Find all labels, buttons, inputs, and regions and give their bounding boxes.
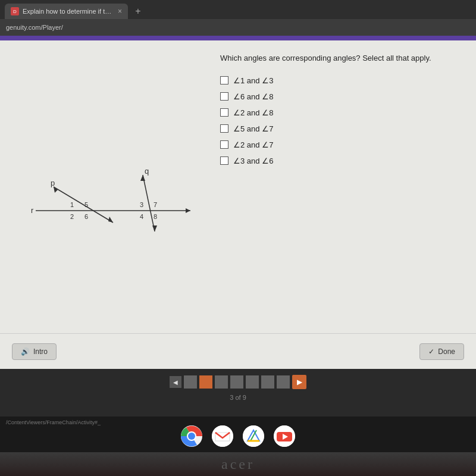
nav-square-1[interactable] (184, 375, 197, 389)
option-1[interactable]: ∠1 and ∠3 (220, 76, 464, 85)
option-label-2: ∠6 and ∠8 (233, 92, 273, 101)
page-counter: 3 of 9 (230, 394, 246, 401)
option-6[interactable]: ∠3 and ∠6 (220, 156, 464, 165)
nav-square-5[interactable] (246, 375, 259, 389)
geometry-diagram: p q r 1 5 2 6 3 7 4 (18, 139, 196, 270)
diagram-area: p q r 1 5 2 6 3 7 4 (0, 40, 214, 369)
tab-title: Explain how to determine if two (23, 8, 112, 15)
prev-arrow[interactable]: ◀ (170, 376, 181, 388)
bottom-bar: 🔊 Intro ✓ Done (0, 333, 476, 369)
intro-label: Intro (33, 347, 48, 356)
question-area: Which angles are corresponding angles? S… (214, 40, 476, 369)
checkbox-1[interactable] (220, 76, 228, 84)
option-4[interactable]: ∠5 and ∠7 (220, 124, 464, 133)
keyboard-area: acer (0, 452, 476, 476)
option-label-1: ∠1 and ∠3 (233, 76, 273, 85)
drive-icon[interactable] (243, 425, 264, 447)
new-tab-button[interactable]: + (130, 4, 146, 19)
browser-chrome: D Explain how to determine if two × + ge… (0, 0, 476, 36)
option-label-3: ∠2 and ∠8 (233, 108, 273, 117)
svg-text:3: 3 (140, 201, 143, 208)
checkbox-4[interactable] (220, 124, 228, 133)
question-text: Which angles are corresponding angles? S… (220, 52, 464, 64)
gmail-icon[interactable] (212, 425, 233, 447)
nav-square-4[interactable] (230, 375, 243, 389)
checkbox-5[interactable] (220, 140, 228, 149)
nav-controls: ◀ ▶ (170, 375, 306, 389)
svg-text:4: 4 (140, 213, 143, 220)
chrome-icon[interactable] (181, 425, 202, 447)
option-label-5: ∠2 and ∠7 (233, 140, 273, 149)
nav-square-6[interactable] (261, 375, 274, 389)
svg-line-2 (54, 187, 113, 223)
svg-marker-7 (152, 226, 157, 231)
nav-square-2[interactable] (199, 375, 212, 389)
svg-text:6: 6 (84, 213, 88, 220)
option-label-4: ∠5 and ∠7 (233, 124, 273, 133)
nav-bar: ◀ ▶ 3 of 9 (0, 369, 476, 416)
svg-marker-4 (108, 217, 113, 223)
checkbox-3[interactable] (220, 108, 228, 117)
svg-text:p: p (51, 178, 55, 187)
next-arrow[interactable]: ▶ (292, 375, 306, 389)
speaker-icon: 🔊 (21, 347, 30, 356)
option-5[interactable]: ∠2 and ∠7 (220, 140, 464, 149)
svg-point-21 (188, 433, 195, 440)
svg-text:r: r (31, 206, 34, 215)
checkbox-6[interactable] (220, 156, 228, 165)
tab-bar: D Explain how to determine if two × + (0, 0, 476, 19)
tab-close-button[interactable]: × (118, 7, 122, 15)
taskbar (0, 419, 476, 452)
address-bar: genuity.com/Player/ (0, 19, 476, 36)
svg-text:2: 2 (70, 213, 74, 220)
done-label: Done (438, 347, 455, 356)
option-3[interactable]: ∠2 and ∠8 (220, 108, 464, 117)
content-area: p q r 1 5 2 6 3 7 4 (0, 40, 476, 369)
option-label-6: ∠3 and ∠6 (233, 156, 273, 165)
svg-marker-1 (186, 208, 190, 213)
intro-button[interactable]: 🔊 Intro (12, 343, 57, 360)
svg-text:1: 1 (70, 201, 74, 208)
svg-text:q: q (145, 167, 149, 176)
active-tab[interactable]: D Explain how to determine if two × (5, 4, 128, 19)
svg-text:8: 8 (154, 213, 157, 220)
youtube-icon[interactable] (274, 425, 295, 447)
checkmark-icon: ✓ (428, 347, 434, 356)
brand-label: acer (221, 456, 255, 472)
checkbox-2[interactable] (220, 92, 228, 101)
done-button[interactable]: ✓ Done (419, 343, 464, 360)
tab-favicon: D (11, 7, 19, 15)
accent-bar (0, 36, 476, 40)
svg-marker-6 (140, 175, 145, 181)
url-display[interactable]: genuity.com/Player/ (6, 24, 63, 31)
svg-text:5: 5 (84, 201, 88, 208)
nav-square-3[interactable] (215, 375, 228, 389)
nav-square-7[interactable] (277, 375, 290, 389)
svg-line-5 (143, 175, 155, 231)
svg-text:7: 7 (154, 201, 157, 208)
option-2[interactable]: ∠6 and ∠8 (220, 92, 464, 101)
